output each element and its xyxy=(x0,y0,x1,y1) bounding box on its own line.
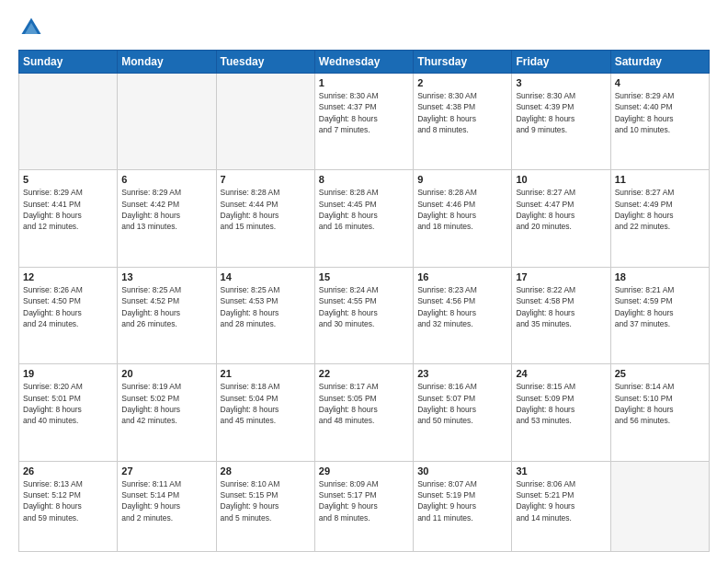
day-number: 10 xyxy=(516,174,606,185)
calendar-cell: 9Sunrise: 8:28 AM Sunset: 4:46 PM Daylig… xyxy=(414,170,512,267)
day-number: 5 xyxy=(23,174,113,185)
day-info: Sunrise: 8:28 AM Sunset: 4:44 PM Dayligh… xyxy=(221,187,311,232)
weekday-header: Wednesday xyxy=(314,51,413,74)
weekday-header: Thursday xyxy=(414,51,512,74)
calendar-cell: 8Sunrise: 8:28 AM Sunset: 4:45 PM Daylig… xyxy=(314,170,413,267)
day-number: 29 xyxy=(319,465,409,477)
calendar-cell: 20Sunrise: 8:19 AM Sunset: 5:02 PM Dayli… xyxy=(118,364,216,461)
day-number: 8 xyxy=(319,174,409,185)
day-number: 4 xyxy=(615,77,705,88)
day-number: 2 xyxy=(417,77,507,88)
day-number: 7 xyxy=(221,174,311,185)
calendar-cell: 6Sunrise: 8:29 AM Sunset: 4:42 PM Daylig… xyxy=(118,170,216,267)
day-info: Sunrise: 8:27 AM Sunset: 4:49 PM Dayligh… xyxy=(615,187,705,232)
day-info: Sunrise: 8:27 AM Sunset: 4:47 PM Dayligh… xyxy=(516,187,606,232)
calendar-table: SundayMondayTuesdayWednesdayThursdayFrid… xyxy=(18,50,710,552)
day-info: Sunrise: 8:23 AM Sunset: 4:56 PM Dayligh… xyxy=(417,284,507,329)
calendar-cell: 13Sunrise: 8:25 AM Sunset: 4:52 PM Dayli… xyxy=(118,267,216,363)
day-number: 16 xyxy=(417,271,507,282)
day-info: Sunrise: 8:22 AM Sunset: 4:58 PM Dayligh… xyxy=(516,284,606,329)
calendar-cell: 25Sunrise: 8:14 AM Sunset: 5:10 PM Dayli… xyxy=(610,364,709,461)
weekday-header: Monday xyxy=(118,51,216,74)
day-number: 30 xyxy=(417,465,507,477)
calendar-cell xyxy=(118,74,216,170)
calendar-cell: 18Sunrise: 8:21 AM Sunset: 4:59 PM Dayli… xyxy=(610,267,709,363)
day-number: 14 xyxy=(221,271,311,282)
weekday-header: Sunday xyxy=(19,51,118,74)
day-number: 1 xyxy=(319,77,409,88)
logo xyxy=(18,15,48,40)
calendar-cell: 30Sunrise: 8:07 AM Sunset: 5:19 PM Dayli… xyxy=(414,461,512,551)
day-number: 15 xyxy=(319,271,409,282)
weekday-header: Saturday xyxy=(610,51,709,74)
calendar-cell: 28Sunrise: 8:10 AM Sunset: 5:15 PM Dayli… xyxy=(216,461,314,551)
header xyxy=(18,15,710,40)
day-info: Sunrise: 8:19 AM Sunset: 5:02 PM Dayligh… xyxy=(121,381,211,426)
calendar-cell: 23Sunrise: 8:16 AM Sunset: 5:07 PM Dayli… xyxy=(414,364,512,461)
day-number: 13 xyxy=(121,271,211,282)
day-info: Sunrise: 8:26 AM Sunset: 4:50 PM Dayligh… xyxy=(23,284,113,329)
day-info: Sunrise: 8:13 AM Sunset: 5:12 PM Dayligh… xyxy=(23,478,113,523)
day-info: Sunrise: 8:21 AM Sunset: 4:59 PM Dayligh… xyxy=(615,284,705,329)
day-number: 28 xyxy=(221,465,311,477)
day-info: Sunrise: 8:09 AM Sunset: 5:17 PM Dayligh… xyxy=(319,478,409,523)
day-info: Sunrise: 8:29 AM Sunset: 4:41 PM Dayligh… xyxy=(23,187,113,232)
day-info: Sunrise: 8:16 AM Sunset: 5:07 PM Dayligh… xyxy=(417,381,507,426)
calendar-cell: 17Sunrise: 8:22 AM Sunset: 4:58 PM Dayli… xyxy=(512,267,610,363)
calendar-cell: 14Sunrise: 8:25 AM Sunset: 4:53 PM Dayli… xyxy=(216,267,314,363)
day-info: Sunrise: 8:25 AM Sunset: 4:53 PM Dayligh… xyxy=(221,284,311,329)
day-number: 19 xyxy=(23,368,113,379)
calendar-cell: 31Sunrise: 8:06 AM Sunset: 5:21 PM Dayli… xyxy=(512,461,610,551)
calendar-cell: 12Sunrise: 8:26 AM Sunset: 4:50 PM Dayli… xyxy=(19,267,118,363)
day-info: Sunrise: 8:18 AM Sunset: 5:04 PM Dayligh… xyxy=(221,381,311,426)
calendar-cell: 4Sunrise: 8:29 AM Sunset: 4:40 PM Daylig… xyxy=(610,74,709,170)
calendar-cell xyxy=(610,461,709,551)
calendar-cell: 29Sunrise: 8:09 AM Sunset: 5:17 PM Dayli… xyxy=(314,461,413,551)
day-info: Sunrise: 8:24 AM Sunset: 4:55 PM Dayligh… xyxy=(319,284,409,329)
day-number: 18 xyxy=(615,271,705,282)
calendar-cell xyxy=(19,74,118,170)
day-info: Sunrise: 8:10 AM Sunset: 5:15 PM Dayligh… xyxy=(221,478,311,523)
day-info: Sunrise: 8:25 AM Sunset: 4:52 PM Dayligh… xyxy=(121,284,211,329)
calendar-cell: 22Sunrise: 8:17 AM Sunset: 5:05 PM Dayli… xyxy=(314,364,413,461)
calendar-cell: 11Sunrise: 8:27 AM Sunset: 4:49 PM Dayli… xyxy=(610,170,709,267)
day-info: Sunrise: 8:20 AM Sunset: 5:01 PM Dayligh… xyxy=(23,381,113,426)
day-info: Sunrise: 8:17 AM Sunset: 5:05 PM Dayligh… xyxy=(319,381,409,426)
calendar-cell: 19Sunrise: 8:20 AM Sunset: 5:01 PM Dayli… xyxy=(19,364,118,461)
calendar-cell: 2Sunrise: 8:30 AM Sunset: 4:38 PM Daylig… xyxy=(414,74,512,170)
day-number: 27 xyxy=(121,465,211,477)
calendar-cell: 10Sunrise: 8:27 AM Sunset: 4:47 PM Dayli… xyxy=(512,170,610,267)
calendar-cell: 5Sunrise: 8:29 AM Sunset: 4:41 PM Daylig… xyxy=(19,170,118,267)
day-number: 22 xyxy=(319,368,409,379)
day-number: 26 xyxy=(23,465,113,477)
calendar-cell: 27Sunrise: 8:11 AM Sunset: 5:14 PM Dayli… xyxy=(118,461,216,551)
day-info: Sunrise: 8:06 AM Sunset: 5:21 PM Dayligh… xyxy=(516,478,606,523)
calendar-cell: 3Sunrise: 8:30 AM Sunset: 4:39 PM Daylig… xyxy=(512,74,610,170)
day-number: 11 xyxy=(615,174,705,185)
day-number: 12 xyxy=(23,271,113,282)
day-number: 24 xyxy=(516,368,606,379)
day-info: Sunrise: 8:29 AM Sunset: 4:42 PM Dayligh… xyxy=(121,187,211,232)
day-number: 6 xyxy=(121,174,211,185)
day-info: Sunrise: 8:30 AM Sunset: 4:37 PM Dayligh… xyxy=(319,90,409,135)
day-info: Sunrise: 8:30 AM Sunset: 4:38 PM Dayligh… xyxy=(417,90,507,135)
day-number: 23 xyxy=(417,368,507,379)
day-number: 9 xyxy=(417,174,507,185)
day-number: 17 xyxy=(516,271,606,282)
day-info: Sunrise: 8:29 AM Sunset: 4:40 PM Dayligh… xyxy=(615,90,705,135)
day-number: 31 xyxy=(516,465,606,477)
day-info: Sunrise: 8:07 AM Sunset: 5:19 PM Dayligh… xyxy=(417,478,507,523)
day-number: 25 xyxy=(615,368,705,379)
page: SundayMondayTuesdayWednesdayThursdayFrid… xyxy=(0,0,728,563)
calendar-cell: 7Sunrise: 8:28 AM Sunset: 4:44 PM Daylig… xyxy=(216,170,314,267)
day-info: Sunrise: 8:11 AM Sunset: 5:14 PM Dayligh… xyxy=(121,478,211,523)
day-info: Sunrise: 8:15 AM Sunset: 5:09 PM Dayligh… xyxy=(516,381,606,426)
weekday-header: Friday xyxy=(512,51,610,74)
calendar-cell: 1Sunrise: 8:30 AM Sunset: 4:37 PM Daylig… xyxy=(314,74,413,170)
calendar-cell xyxy=(216,74,314,170)
calendar-cell: 24Sunrise: 8:15 AM Sunset: 5:09 PM Dayli… xyxy=(512,364,610,461)
weekday-header: Tuesday xyxy=(216,51,314,74)
calendar-cell: 15Sunrise: 8:24 AM Sunset: 4:55 PM Dayli… xyxy=(314,267,413,363)
day-info: Sunrise: 8:30 AM Sunset: 4:39 PM Dayligh… xyxy=(516,90,606,135)
calendar-cell: 16Sunrise: 8:23 AM Sunset: 4:56 PM Dayli… xyxy=(414,267,512,363)
